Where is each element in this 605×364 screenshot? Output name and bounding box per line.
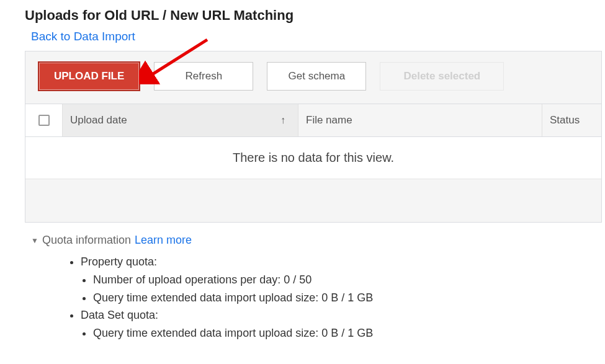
get-schema-button[interactable]: Get schema <box>267 62 366 91</box>
page-title: Uploads for Old URL / New URL Matching <box>25 7 605 24</box>
dataset-quota-label: Data Set quota: <box>81 309 158 321</box>
dataset-size-line: Query time extended data import upload s… <box>93 324 605 342</box>
upload-file-button[interactable]: UPLOAD FILE <box>38 61 140 91</box>
quota-section: ▼ Quota information Learn more Property … <box>31 234 605 342</box>
column-file-name-label: File name <box>306 114 352 127</box>
column-status-label: Status <box>550 114 580 127</box>
sort-ascending-icon: ↑ <box>280 115 285 126</box>
uploads-panel: UPLOAD FILE Refresh Get schema Delete se… <box>25 51 602 223</box>
property-quota-label: Property quota: <box>81 255 157 268</box>
property-size-line: Query time extended data import upload s… <box>93 289 605 307</box>
quota-header[interactable]: ▼ Quota information Learn more <box>31 234 605 247</box>
quota-list: Property quota: Number of upload operati… <box>68 253 605 342</box>
column-upload-date[interactable]: Upload date ↑ <box>63 104 298 136</box>
dataset-quota-item: Data Set quota: Query time extended data… <box>81 306 605 342</box>
toolbar: UPLOAD FILE Refresh Get schema Delete se… <box>25 51 601 104</box>
collapse-icon: ▼ <box>31 236 38 245</box>
learn-more-link[interactable]: Learn more <box>135 234 192 247</box>
table-footer <box>25 179 601 222</box>
select-all-cell[interactable] <box>25 104 63 136</box>
refresh-button[interactable]: Refresh <box>154 62 253 91</box>
column-status[interactable]: Status <box>542 104 601 136</box>
select-all-checkbox[interactable] <box>38 115 50 126</box>
quota-title: Quota information <box>42 234 131 247</box>
empty-state-message: There is no data for this view. <box>25 137 601 179</box>
delete-selected-button: Delete selected <box>380 62 504 91</box>
table-header-row: Upload date ↑ File name Status <box>25 104 601 137</box>
column-file-name[interactable]: File name <box>298 104 542 136</box>
property-quota-item: Property quota: Number of upload operati… <box>81 253 605 306</box>
column-upload-date-label: Upload date <box>70 114 127 127</box>
back-to-data-import-link[interactable]: Back to Data Import <box>31 30 135 43</box>
property-ops-line: Number of upload operations per day: 0 /… <box>93 271 605 289</box>
